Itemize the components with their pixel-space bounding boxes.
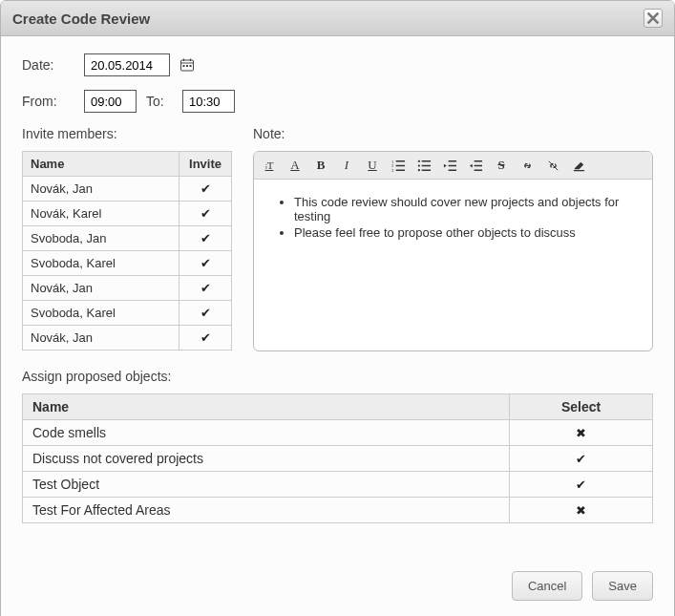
svg-marker-30: [574, 161, 582, 169]
object-row: Discuss not covered projects✔: [23, 446, 653, 472]
strikethrough-icon[interactable]: S: [492, 157, 511, 174]
svg-text:3: 3: [391, 168, 394, 173]
svg-point-17: [417, 164, 419, 166]
italic-icon[interactable]: I: [337, 157, 356, 174]
member-invite-toggle[interactable]: ✔: [179, 326, 232, 350]
member-name: Novák, Karel: [23, 202, 179, 226]
svg-point-19: [417, 169, 419, 171]
to-label: To:: [146, 94, 173, 109]
from-input[interactable]: [84, 90, 137, 113]
member-name: Novák, Jan: [23, 177, 179, 202]
close-icon[interactable]: [643, 9, 663, 28]
object-name: Discuss not covered projects: [23, 446, 510, 472]
member-name: Svoboda, Karel: [23, 301, 179, 326]
objects-select-header: Select: [510, 394, 653, 420]
outdent-icon[interactable]: [440, 157, 459, 174]
invite-label: Invite members:: [22, 126, 232, 141]
from-label: From:: [22, 94, 74, 109]
member-row: Svoboda, Karel✔: [23, 251, 232, 276]
save-button[interactable]: Save: [592, 571, 653, 601]
svg-marker-21: [443, 163, 446, 167]
member-name: Novák, Jan: [23, 326, 179, 350]
svg-rect-8: [190, 65, 192, 67]
note-label: Note:: [253, 126, 653, 141]
svg-rect-6: [183, 65, 185, 67]
member-invite-toggle[interactable]: ✔: [179, 226, 232, 251]
create-code-review-dialog: Create Code Review Date: From: To: Invit…: [0, 0, 675, 616]
to-input[interactable]: [182, 90, 235, 113]
font-color-icon[interactable]: A: [285, 157, 305, 174]
editor-toolbar: ᵢT A B I U 123 S: [254, 152, 652, 180]
note-bullet: This code review should cover new projec…: [294, 195, 635, 223]
object-select-toggle[interactable]: ✔: [510, 446, 653, 472]
ordered-list-icon[interactable]: 123: [389, 157, 408, 174]
date-input[interactable]: [84, 53, 170, 76]
note-bullet: Please feel free to propose other object…: [294, 225, 635, 240]
object-name: Test For Affected Areas: [23, 498, 510, 523]
dialog-title: Create Code Review: [12, 11, 150, 27]
bold-icon[interactable]: B: [311, 157, 330, 174]
members-name-header: Name: [23, 152, 179, 177]
object-select-toggle[interactable]: ✖: [510, 420, 653, 446]
member-row: Svoboda, Karel✔: [23, 301, 232, 326]
members-invite-header: Invite: [179, 152, 232, 177]
calendar-icon[interactable]: [179, 57, 195, 73]
svg-rect-7: [186, 65, 188, 67]
link-icon[interactable]: [517, 157, 537, 174]
member-invite-toggle[interactable]: ✔: [179, 202, 232, 226]
note-editor: ᵢT A B I U 123 S: [253, 151, 653, 351]
member-name: Svoboda, Jan: [23, 226, 179, 251]
object-name: Code smells: [23, 420, 510, 446]
indent-icon[interactable]: [466, 157, 485, 174]
underline-icon[interactable]: U: [363, 157, 382, 174]
member-name: Svoboda, Karel: [23, 251, 179, 276]
members-table: Name Invite Novák, Jan✔Novák, Karel✔Svob…: [22, 151, 232, 350]
dialog-header: Create Code Review: [1, 1, 674, 36]
unordered-list-icon[interactable]: [414, 157, 433, 174]
member-row: Novák, Jan✔: [23, 326, 232, 350]
font-size-icon[interactable]: ᵢT: [260, 157, 279, 174]
member-invite-toggle[interactable]: ✔: [179, 301, 232, 326]
member-invite-toggle[interactable]: ✔: [179, 276, 232, 301]
time-row: From: To:: [22, 90, 653, 113]
member-row: Novák, Jan✔: [23, 177, 232, 202]
dialog-footer: Cancel Save: [22, 571, 653, 601]
object-name: Test Object: [23, 472, 510, 498]
note-column: Note: ᵢT A B I U 123 S: [253, 126, 653, 351]
assign-label: Assign proposed objects:: [22, 369, 653, 384]
date-label: Date:: [22, 57, 74, 73]
note-content-area[interactable]: This code review should cover new projec…: [254, 180, 652, 350]
object-row: Code smells✖: [23, 420, 653, 446]
object-select-toggle[interactable]: ✖: [510, 498, 653, 523]
middle-columns: Invite members: Name Invite Novák, Jan✔N…: [22, 126, 653, 351]
date-row: Date:: [22, 53, 653, 76]
member-invite-toggle[interactable]: ✔: [179, 251, 232, 276]
member-invite-toggle[interactable]: ✔: [179, 177, 232, 202]
member-row: Novák, Karel✔: [23, 202, 232, 226]
unlink-icon[interactable]: [543, 157, 562, 174]
svg-marker-25: [469, 163, 472, 167]
objects-name-header: Name: [23, 394, 510, 420]
object-row: Test Object✔: [23, 472, 653, 498]
dialog-body: Date: From: To: Invite members: Name Inv…: [1, 36, 674, 616]
svg-point-15: [417, 159, 419, 161]
clear-format-icon[interactable]: [569, 157, 588, 174]
member-row: Svoboda, Jan✔: [23, 226, 232, 251]
object-row: Test For Affected Areas✖: [23, 498, 653, 523]
member-row: Novák, Jan✔: [23, 276, 232, 301]
object-select-toggle[interactable]: ✔: [510, 472, 653, 498]
member-name: Novák, Jan: [23, 276, 179, 301]
cancel-button[interactable]: Cancel: [512, 571, 582, 601]
objects-table: Name Select Code smells✖Discuss not cove…: [22, 393, 653, 523]
invite-column: Invite members: Name Invite Novák, Jan✔N…: [22, 126, 232, 351]
